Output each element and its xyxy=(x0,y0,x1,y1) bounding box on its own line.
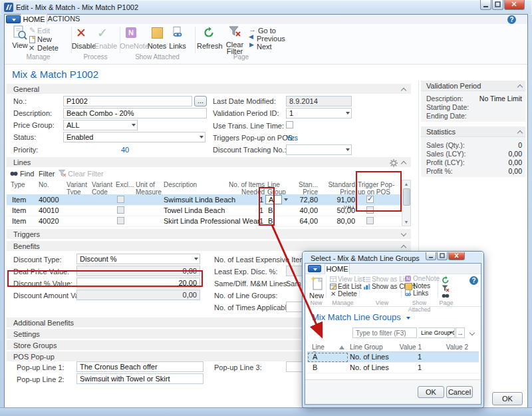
excl-checkbox[interactable] xyxy=(117,196,124,203)
table-row[interactable]: Item 40010 Towel Linda Beach 1 B 40,00 5… xyxy=(7,205,402,216)
section-benefits[interactable]: Benefits xyxy=(7,241,411,252)
excl-checkbox[interactable] xyxy=(117,217,124,224)
popup-line1-field[interactable]: The Cronus Beach offer xyxy=(76,361,203,372)
col-trigger-popup[interactable]: Trigger Pop-up on POS xyxy=(358,181,398,196)
dialog-notes-button[interactable]: Notes xyxy=(413,282,430,290)
factbox-validation-header[interactable]: Validation Period xyxy=(421,81,525,91)
customize-gear-icon[interactable] xyxy=(390,159,398,167)
minimize-button[interactable] xyxy=(480,0,491,10)
col-variant-type[interactable]: Variant Type xyxy=(66,181,89,196)
links-button[interactable]: Links xyxy=(168,42,188,50)
notes-button[interactable]: Notes xyxy=(146,42,168,50)
maximize-button[interactable] xyxy=(492,0,503,10)
help-icon[interactable]: ? xyxy=(507,15,516,24)
close-button[interactable] xyxy=(504,0,525,10)
refresh-button[interactable]: Refresh xyxy=(197,42,221,50)
dialog-col-value1[interactable]: Value 1 xyxy=(391,343,422,351)
dialog-clear-filter-icon[interactable] xyxy=(442,285,450,292)
trigger-popup-checkbox[interactable] xyxy=(366,196,374,203)
trigger-popup-checkbox[interactable] xyxy=(366,206,374,214)
stat-value[interactable]: 0,00 xyxy=(482,150,522,158)
page-title: Mix & Match P1002 xyxy=(12,69,98,80)
lines-find-button[interactable]: Find xyxy=(20,170,34,178)
discount-pct-field[interactable]: 20,00 xyxy=(76,278,200,288)
tab-home[interactable]: HOME xyxy=(21,14,47,25)
dialog-new-button[interactable]: New xyxy=(307,292,327,300)
new-button[interactable]: New xyxy=(37,35,52,43)
price-group-select[interactable]: ALL xyxy=(63,120,138,130)
dialog-find-icon[interactable] xyxy=(442,293,450,299)
dialog-ok-button[interactable]: OK xyxy=(418,386,444,398)
tab-actions[interactable]: ACTIONS xyxy=(47,14,80,24)
discount-tracking-caret-icon[interactable] xyxy=(346,148,350,151)
dialog-delete-button[interactable]: Delete xyxy=(338,290,357,298)
edit-button: Edit xyxy=(37,27,50,35)
scroll-up-icon[interactable]: ▲ xyxy=(402,180,410,188)
dialog-filter-input[interactable] xyxy=(352,327,417,338)
discount-type-select[interactable]: Discount % xyxy=(76,254,200,264)
section-lines[interactable]: Lines xyxy=(7,157,411,168)
validation-id-caret-icon[interactable] xyxy=(346,112,350,114)
section-triggers[interactable]: Triggers xyxy=(7,229,411,240)
priority-value[interactable]: 40 xyxy=(121,146,129,154)
discount-tracking-select[interactable] xyxy=(286,144,352,155)
dialog-links-button[interactable]: Links xyxy=(413,290,428,297)
stat-label: Sales (LCY): xyxy=(426,150,466,158)
dialog-cancel-button[interactable]: Cancel xyxy=(446,386,473,398)
popup-line2-field[interactable]: Swimsuit with Towel or Skirt xyxy=(76,373,203,384)
col-line-group[interactable]: Line Group xyxy=(267,181,294,196)
lines-filter-button[interactable]: Filter xyxy=(39,170,55,178)
price-group-caret-icon[interactable] xyxy=(132,124,136,126)
no-assist-button[interactable]: ... xyxy=(194,96,207,106)
goto-button[interactable]: Go to xyxy=(258,27,276,35)
edit-list-button[interactable]: Edit List xyxy=(338,283,362,290)
same-diff-value[interactable]: Sam xyxy=(286,280,301,288)
factbox-statistics-header[interactable]: Statistics xyxy=(421,126,525,137)
dialog-maximize-button[interactable] xyxy=(437,252,448,260)
dialog-page-title-caret-icon[interactable] xyxy=(406,317,410,319)
discount-type-caret-icon[interactable] xyxy=(194,258,198,260)
use-trans-checkbox[interactable] xyxy=(286,121,293,128)
delete-button[interactable]: Delete xyxy=(37,44,59,52)
no-field[interactable]: P1002 xyxy=(63,96,192,106)
col-unit-of-measure[interactable]: Unit of Measure xyxy=(136,181,162,196)
dialog-col-value2[interactable]: Value 2 xyxy=(438,343,468,351)
table-row[interactable]: Item 40020 Skirt Linda Professional Wear… xyxy=(7,216,402,227)
excl-checkbox[interactable] xyxy=(117,206,124,214)
status-caret-icon[interactable] xyxy=(200,136,203,138)
title-bar[interactable]: Edit - Mix & Match - Mix Match P1002 xyxy=(0,0,532,15)
dialog-minimize-button[interactable] xyxy=(426,252,436,260)
col-description[interactable]: Description xyxy=(164,181,223,188)
dialog-filter-column-caret-icon[interactable] xyxy=(449,331,453,334)
dialog-table-row[interactable]: B No. of Lines 1 xyxy=(307,363,479,373)
dialog-filter-go-button[interactable]: → xyxy=(456,327,465,338)
triggers-popup-value[interactable]: Yes xyxy=(286,134,298,142)
trigger-popup-checkbox[interactable] xyxy=(366,217,374,224)
validation-id-select[interactable]: 1 xyxy=(286,108,352,118)
previous-button[interactable]: Previous xyxy=(257,35,285,43)
section-general[interactable]: General xyxy=(7,84,411,95)
scrollbar-thumb[interactable] xyxy=(403,188,410,206)
dialog-close-button[interactable] xyxy=(448,252,465,260)
same-diff-label: Same/Diff. M&M Lines: xyxy=(214,280,289,288)
col-no[interactable]: No. xyxy=(39,181,63,188)
dialog-tab-home[interactable]: HOME xyxy=(325,264,350,274)
next-button[interactable]: Next xyxy=(257,43,272,51)
scroll-down-icon[interactable]: ▼ xyxy=(402,218,410,226)
status-select[interactable]: Enabled xyxy=(63,132,205,142)
application-menu-button[interactable] xyxy=(6,15,21,23)
col-excl[interactable]: Excl... xyxy=(116,181,134,188)
line-group-edit-cell[interactable]: A xyxy=(265,195,282,204)
description-field[interactable]: Beach Combo - 20% xyxy=(63,108,207,118)
col-items-needed[interactable]: No. of Items Needed xyxy=(226,181,265,196)
dialog-app-menu-button[interactable] xyxy=(308,265,321,272)
dialog-filter-expand-icon[interactable] xyxy=(469,330,475,335)
stat-value[interactable]: 0 xyxy=(482,141,522,149)
dialog-help-icon[interactable]: ? xyxy=(469,276,478,285)
line-group-caret-icon[interactable] xyxy=(284,198,288,201)
dialog-refresh-icon[interactable] xyxy=(442,276,450,284)
col-variant-code[interactable]: Variant Code xyxy=(92,181,114,196)
main-ok-button[interactable]: OK xyxy=(492,392,523,405)
col-standard-price[interactable]: Stan... Price xyxy=(295,181,318,196)
col-type[interactable]: Type xyxy=(11,181,36,188)
